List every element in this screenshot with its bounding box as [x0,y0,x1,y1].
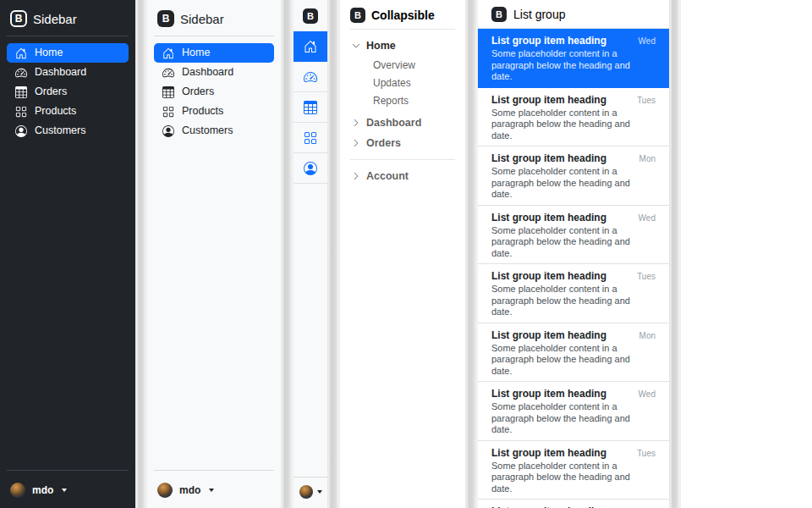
sidebar-dark: B Sidebar Home Dashboard Orders Products… [0,0,135,508]
nav-label: Dashboard [35,66,86,79]
collapse-toggle-dashboard[interactable]: Dashboard [350,113,455,133]
home-submenu: Overview Updates Reports [350,56,455,113]
item-body: Some placeholder content in a paragraph … [491,48,644,83]
sidebar-item-products[interactable]: Products [7,102,129,121]
panel-title: List group [513,8,565,21]
list-group-item[interactable]: List group item heading Wed Some placeho… [478,382,669,441]
avatar [299,485,313,499]
panel-divider [669,0,681,508]
item-heading: List group item heading [491,94,606,106]
submenu-item-reports[interactable]: Reports [373,91,455,109]
nav-label: Products [35,105,76,118]
person-circle-icon [304,162,317,175]
list-group-item[interactable]: List group item heading Tues Some placeh… [478,264,669,323]
item-body: Some placeholder content in a paragraph … [491,225,644,260]
caret-down-icon [209,489,214,492]
toggle-label: Dashboard [366,117,421,129]
item-body: Some placeholder content in a paragraph … [491,166,644,201]
user-name: mdo [179,484,200,496]
user-menu-mdo[interactable]: mdo [154,478,274,501]
nav-label: Customers [182,124,233,137]
toggle-label: Orders [366,137,401,149]
sidebar-icon-dashboard[interactable] [294,62,327,92]
brand-title: Sidebar [33,12,77,26]
item-heading: List group item heading [491,388,606,400]
person-circle-icon [15,125,27,137]
list-group-item[interactable]: List group item heading Tues Some placeh… [478,441,669,500]
bootstrap-logo-icon: B [491,7,507,22]
bootstrap-logo-icon: B [10,10,27,27]
item-heading: List group item heading [491,35,606,47]
house-icon [304,40,317,53]
item-body: Some placeholder content in a paragraph … [491,401,644,436]
sidebar-item-customers[interactable]: Customers [7,121,129,141]
sidebar-item-dashboard[interactable]: Dashboard [154,63,274,82]
brand-collapsible[interactable]: B Collapsible [350,8,455,23]
chevron-down-icon [352,41,360,50]
sidebar-item-home[interactable]: Home [7,43,129,63]
sidebar-item-dashboard[interactable]: Dashboard [7,63,129,82]
submenu-item-overview[interactable]: Overview [373,56,455,74]
item-heading: List group item heading [491,447,606,459]
brand-dark-sidebar[interactable]: B Sidebar [7,8,129,30]
grid-icon [162,106,174,118]
dark-sidebar-nav: Home Dashboard Orders Products Customers [7,43,129,141]
list-group-item[interactable]: List group item heading Mon Some placeho… [478,146,669,206]
bootstrap-logo-icon: B [303,8,318,24]
panel-divider [327,0,340,508]
list-group-item[interactable]: List group item heading Wed Some placeho… [478,206,669,265]
sidebar-list-group: B List group List group item heading Wed… [478,0,669,508]
divider [7,36,129,36]
sidebar-icons-only: B [294,0,327,508]
page-background [681,0,812,508]
brand-list-group[interactable]: B List group [478,0,669,29]
item-body: Some placeholder content in a paragraph … [491,343,644,378]
panel-divider [135,0,147,508]
collapse-toggle-orders[interactable]: Orders [350,133,455,153]
item-date: Mon [639,331,656,340]
avatar [10,483,25,498]
brand-icon-sidebar[interactable]: B [294,0,327,31]
list-group-item[interactable]: List group item heading Tues Some placeh… [478,88,669,147]
sidebar-footer: mdo [7,465,129,501]
user-name: mdo [32,484,53,496]
sidebar-icon-products[interactable] [294,123,327,153]
item-body: Some placeholder content in a paragraph … [491,284,644,318]
speedometer-icon [304,70,317,84]
grid-icon [304,131,317,145]
item-heading: List group item heading [491,270,606,282]
light-sidebar-nav: Home Dashboard Orders Products Customers [154,43,274,141]
nav-label: Customers [35,124,85,137]
chevron-right-icon [352,139,360,147]
item-body: Some placeholder content in a paragraph … [491,461,644,495]
list-group-item[interactable]: List group item heading Mon Some placeho… [478,500,669,508]
item-heading: List group item heading [491,152,606,164]
collapse-toggle-account[interactable]: Account [350,166,455,186]
list-group-item[interactable]: List group item heading Wed Some placeho… [478,29,669,88]
chevron-right-icon [352,119,360,127]
sidebar-item-customers[interactable]: Customers [154,121,274,141]
toggle-label: Home [366,40,396,52]
user-menu-avatar[interactable] [294,477,327,508]
panel-divider [465,0,478,508]
sidebar-item-home[interactable]: Home [154,43,274,63]
item-body: Some placeholder content in a paragraph … [491,108,644,142]
bootstrap-logo-icon: B [157,10,174,27]
sidebar-icon-orders[interactable] [294,92,327,123]
brand-light-sidebar[interactable]: B Sidebar [154,8,274,30]
item-date: Tues [637,272,656,281]
sidebar-icon-home[interactable] [294,31,327,62]
sidebar-icon-customers[interactable] [294,153,327,184]
collapse-toggle-home[interactable]: Home [350,36,455,56]
list-group-item[interactable]: List group item heading Mon Some placeho… [478,323,669,383]
sidebar-item-orders[interactable]: Orders [7,82,129,102]
submenu-item-updates[interactable]: Updates [373,74,455,91]
nav-label: Home [35,47,63,59]
brand-title: Sidebar [180,12,224,26]
user-menu-mdo[interactable]: mdo [7,478,129,501]
sidebar-item-orders[interactable]: Orders [154,82,274,102]
table-icon [304,101,317,114]
nav-label: Home [182,47,210,59]
house-icon [15,47,27,59]
sidebar-item-products[interactable]: Products [154,102,274,121]
